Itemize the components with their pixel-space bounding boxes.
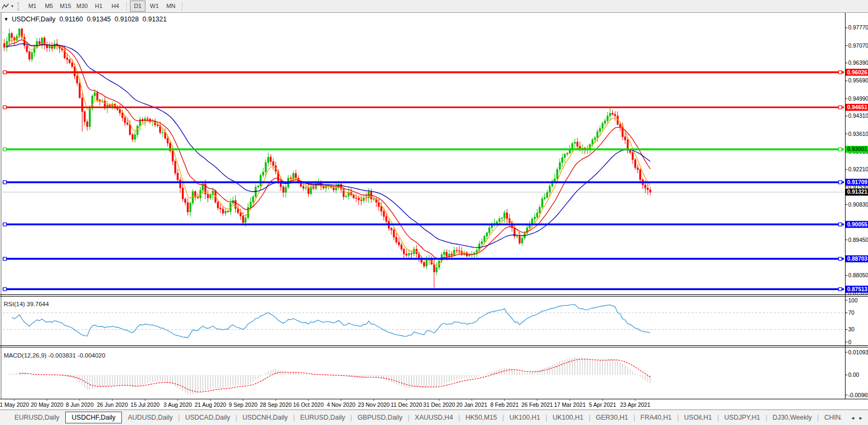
date-axis-label: 4 Nov 2020 [327,401,356,408]
price-axis-label: 0.88050 [848,272,868,278]
tab-usdchf-daily[interactable]: USDCHF,Daily [65,412,122,423]
period-button-d1[interactable]: D1 [130,1,145,12]
tab-usdjpy-h1[interactable]: USDJPY,H1 [719,412,765,423]
period-button-h4[interactable]: H4 [107,1,123,12]
tab-scroll-controls: ◂ ▸ [841,410,868,425]
chart-frame [0,13,868,399]
toolbar-grip-handle[interactable] [18,2,20,11]
period-button-m1[interactable]: M1 [25,1,40,12]
period-button-m15[interactable]: M15 [58,1,73,12]
date-axis: 1 May 202020 May 20208 Jun 202026 Jun 20… [0,399,650,408]
date-axis-label: 31 Dec 2020 [423,401,455,408]
ma-fast-line [7,36,650,266]
date-axis-label: 11 Dec 2020 [391,401,423,408]
tab-xauusd-h4[interactable]: XAUUSD,H4 [410,412,458,423]
price-level-badge: 0.91321 [847,188,867,195]
period-button-m30[interactable]: M30 [74,1,90,12]
price-level-badge: 0.90055 [847,221,867,227]
tab-eurusd-daily[interactable]: EURUSD,Daily [10,412,64,423]
tab-usdcnh-daily[interactable]: USDCNH,Daily [237,412,293,423]
candlestick-series [4,28,651,288]
price-level-badge: 0.93001 [847,146,867,152]
macd-scale-label: -0.009653 [848,392,868,398]
date-axis-label: 15 Jul 2020 [130,401,159,408]
rsi-scale-label: 100 [848,297,858,303]
rsi-scale-label: 70 [848,309,855,316]
period-button-mn[interactable]: MN [163,1,179,12]
tab-fra40-h1[interactable]: FRA40,H1 [636,412,677,423]
price-level-badge: 0.91709 [847,179,867,185]
period-button-m5[interactable]: M5 [41,1,57,12]
macd-scale-label: 0.010933 [848,349,868,355]
price-level-badge: 0.96026 [847,69,867,75]
date-axis-label: 17 Mar 2021 [554,401,586,408]
price-level-badge: 0.94651 [847,104,867,110]
chart-title: ▼ USDCHF,Daily 0.91160 0.91345 0.91028 0… [4,16,171,23]
macd-scale-label: 0.00 [848,371,859,378]
macd-panel: 0.0109330.00-0.009653 [9,349,868,398]
ohlc-high: 0.91345 [87,16,111,23]
horizontal-level-lines[interactable] [3,71,844,291]
date-axis-label: 20 May 2020 [31,401,64,408]
price-axis-label: 0.97070 [848,42,868,49]
tab-scroll-left-button[interactable]: ◂ [849,414,857,422]
indicator-zigzag-icon [2,3,10,10]
date-axis-label: 23 Nov 2020 [358,401,390,408]
date-axis-label: 16 Oct 2020 [293,401,324,408]
tab-usoil-h1[interactable]: USOil,H1 [679,412,717,423]
tab-uk100-h1[interactable]: UK100,H1 [504,412,545,423]
date-axis-label: 26 Jun 2020 [97,401,128,408]
toolbar-separator [126,2,127,11]
caret-down-icon: ▾ [11,4,13,9]
ohlc-low: 0.91028 [114,16,139,23]
rsi-line [12,305,650,338]
price-axis-label: 0.93610 [848,131,868,137]
price-level-badge: 0.87513 [847,286,867,292]
toolbar-separator [182,2,182,11]
ohlc-close: 0.91321 [143,16,167,23]
tab-ger30-h1[interactable]: GER30,H1 [591,412,633,423]
top-toolbar: ▾ M1M5M15M30H1H4D1W1MN [0,0,868,13]
chart-canvas[interactable]: 0.977700.970700.963900.956900.949900.943… [0,13,868,410]
indicators-button[interactable]: ▾ [0,1,16,11]
rsi-panel: 10070300 [3,297,858,345]
tab-hk50-m15[interactable]: HK50,M15 [460,412,502,423]
price-axis-label: 0.94990 [848,95,868,102]
rsi-scale-label: 30 [848,326,855,332]
price-level-badge: 0.88703 [847,255,867,262]
price-axis-label: 0.95690 [848,77,868,84]
tab-gbpusd-daily[interactable]: GBPUSD,Daily [352,412,407,423]
date-axis-label: 26 Feb 2021 [521,401,553,408]
period-button-w1[interactable]: W1 [147,1,162,12]
rsi-indicator-label: RSI(14) 39.7644 [4,301,49,307]
ma-slow-line [7,44,650,248]
price-axis-label: 0.96390 [848,59,868,66]
date-axis-label: 8 Jun 2020 [66,401,94,408]
date-axis-label: 9 Sep 2020 [229,401,258,408]
price-axis-label: 0.94310 [848,112,868,119]
price-axis-label: 0.97770 [848,24,868,31]
tab-eurusd-daily[interactable]: EURUSD,Daily [295,412,350,423]
collapse-icon[interactable]: ▼ [4,17,9,22]
price-axis: 0.977700.970700.963900.956900.949900.943… [846,24,868,295]
price-axis-label: 0.90830 [848,201,868,208]
tab-audusd-daily[interactable]: AUDUSD,Daily [123,412,178,423]
date-axis-label: 1 May 2020 [0,401,29,408]
ohlc-open: 0.91160 [59,16,83,23]
price-axis-label: 0.92210 [848,166,868,172]
date-axis-label: 3 Aug 2020 [164,401,192,408]
tab-usdcad-daily[interactable]: USDCAD,Daily [180,412,235,423]
macd-signal-line [19,359,650,392]
moving-average-lines [7,36,650,266]
tab-scroll-right-button[interactable]: ▸ [857,414,865,422]
date-axis-label: 21 Aug 2020 [195,401,226,408]
chart-symbol-label: USDCHF,Daily [12,16,56,23]
tab-uk100-h1[interactable]: UK100,H1 [548,412,588,423]
tab-dj30-weekly[interactable]: DJ30,Weekly [768,412,817,423]
date-axis-label: 5 Apr 2021 [589,401,616,408]
macd-indicator-label: MACD(12,26,9) -0.003831 -0.004020 [4,352,105,359]
period-button-h1[interactable]: H1 [91,1,106,12]
price-axis-label: 0.89450 [848,237,868,243]
chart-window[interactable]: ▼ USDCHF,Daily 0.91160 0.91345 0.91028 0… [0,12,868,409]
rsi-scale-label: 0 [848,339,851,345]
